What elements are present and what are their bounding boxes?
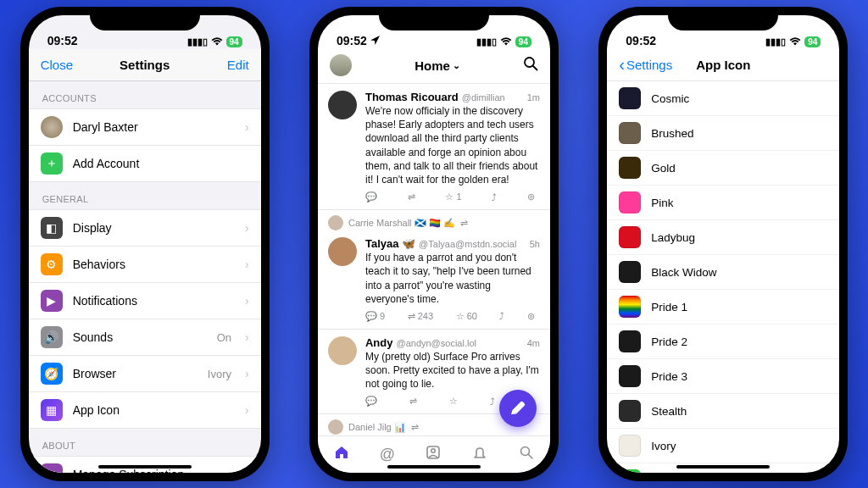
boost-icon: ⇌ <box>411 422 419 433</box>
close-button[interactable]: Close <box>41 58 73 72</box>
back-button[interactable]: ‹ Settings <box>619 55 672 75</box>
post[interactable]: Thomas Ricouard @dimillian 1m We're now … <box>318 84 550 210</box>
tab-notifications[interactable] <box>471 444 488 465</box>
icon-label: Ladybug <box>651 231 695 244</box>
share-button[interactable]: ⤴ <box>492 191 497 202</box>
icon-label: Cosmic <box>651 92 689 105</box>
reply-button[interactable]: 💬 <box>365 396 377 407</box>
section-about: ABOUT <box>29 429 261 456</box>
settings-row-app-icon[interactable]: ▦ App Icon › <box>29 392 261 428</box>
location-icon <box>370 34 380 47</box>
icon-option-pride-3[interactable]: Pride 3 <box>607 359 839 394</box>
icon-option-pink[interactable]: Pink <box>607 186 839 220</box>
icon-label: Pride 2 <box>651 336 687 348</box>
appicon-content[interactable]: Cosmic Brushed Gold Pink Ladybug Black W… <box>607 81 839 473</box>
boost-button[interactable]: ⇌ <box>409 396 417 407</box>
status-bar: 09:52 ▮▮▮▯ 94 <box>318 15 550 49</box>
post-avatar[interactable] <box>328 237 357 266</box>
settings-row-behaviors[interactable]: ⚙ Behaviors › <box>29 247 261 283</box>
favorite-button[interactable]: ☆ 1 <box>445 191 461 202</box>
icon-swatch <box>619 157 641 179</box>
chevron-icon: › <box>245 221 249 235</box>
plus-icon: ＋ <box>41 152 63 175</box>
page-title: Settings <box>120 58 170 72</box>
add-account-row[interactable]: ＋ Add Account <box>29 146 261 181</box>
wifi-icon <box>211 37 223 47</box>
post-actions: 💬 9 ⇌ 243 ☆ 60 ⤴ ⊚ <box>365 311 540 322</box>
icon-option-ivory[interactable]: Ivory <box>607 429 839 463</box>
icon-option-stealth[interactable]: Stealth <box>607 394 839 429</box>
icon-label: Pride 1 <box>651 301 687 313</box>
browser-icon: 🧭 <box>41 363 63 385</box>
favorite-button[interactable]: ☆ <box>449 396 458 407</box>
icon-swatch <box>619 400 641 422</box>
icon-option-cosmic[interactable]: Cosmic <box>607 81 839 116</box>
icon-label: Gold <box>651 162 676 175</box>
post-text: My (pretty old) Surface Pro arrives soon… <box>365 350 540 391</box>
more-button[interactable]: ⊚ <box>527 311 535 322</box>
phone-settings: 09:52 ▮▮▮▯ 94 Close Settings Edit ACCOUN… <box>20 7 270 481</box>
status-time: 09:52 <box>47 34 78 47</box>
post-avatar[interactable] <box>328 91 357 119</box>
compose-button[interactable] <box>499 390 537 427</box>
tab-profile[interactable] <box>425 444 442 465</box>
tab-mentions[interactable]: @ <box>380 446 395 463</box>
post[interactable]: Talyaa 🦋 @Talyaa@mstdn.social 5h If you … <box>318 230 550 330</box>
settings-row-display[interactable]: ◧ Display › <box>29 210 261 247</box>
chevron-icon: › <box>245 294 249 308</box>
display-icon: ◧ <box>41 217 63 239</box>
account-row[interactable]: Daryl Baxter › <box>29 109 261 146</box>
tab-home[interactable] <box>333 444 350 465</box>
more-button[interactable]: ⊚ <box>527 191 535 202</box>
icon-option-pride-2[interactable]: Pride 2 <box>607 324 839 359</box>
avatar <box>41 116 63 138</box>
home-indicator[interactable] <box>98 465 192 469</box>
icon-option-pride-1[interactable]: Pride 1 <box>607 290 839 324</box>
icon-label: Black Widow <box>651 266 716 279</box>
icon-label: Stealth <box>651 405 687 418</box>
phone-feed: 09:52 ▮▮▮▯ 94 Home ⌄ <box>309 7 559 481</box>
search-icon[interactable] <box>523 56 538 75</box>
post-text: If you have a parrot and you don't teach… <box>365 251 540 306</box>
phone-appicon: 09:52 ▮▮▮▯ 94 ‹ Settings App Icon Cosmic… <box>598 7 848 481</box>
settings-row-notifications[interactable]: ▶ Notifications › <box>29 283 261 319</box>
icon-option-black-widow[interactable]: Black Widow <box>607 255 839 290</box>
post-author[interactable]: Talyaa 🦋 <box>365 237 415 250</box>
profile-avatar[interactable] <box>330 54 352 76</box>
settings-row-sounds[interactable]: 🔊 SoundsOn › <box>29 319 261 356</box>
share-button[interactable]: ⤴ <box>499 311 504 322</box>
boost-button[interactable]: ⇌ 243 <box>408 311 433 322</box>
icon-option-ladybug[interactable]: Ladybug <box>607 220 839 255</box>
post-author[interactable]: Thomas Ricouard <box>365 91 459 103</box>
home-indicator[interactable] <box>676 465 770 469</box>
svg-point-3 <box>431 449 436 453</box>
cell-value: Ivory <box>208 368 231 380</box>
reply-button[interactable]: 💬 <box>365 191 377 202</box>
icon-option-gold[interactable]: Gold <box>607 151 839 186</box>
favorite-button[interactable]: ☆ 60 <box>456 311 477 322</box>
icon-option-brushed[interactable]: Brushed <box>607 116 839 151</box>
post-time: 5h <box>530 239 540 249</box>
boost-button[interactable]: ⇌ <box>408 191 415 202</box>
icon-swatch <box>619 122 641 144</box>
post-avatar[interactable] <box>328 336 357 365</box>
section-general: GENERAL <box>29 182 261 209</box>
booster-avatar <box>328 419 343 435</box>
booster-avatar <box>328 215 343 230</box>
post-handle: @dimillian <box>462 92 505 103</box>
chevron-icon: › <box>245 258 249 271</box>
feed-content[interactable]: Thomas Ricouard @dimillian 1m We're now … <box>318 84 550 435</box>
reply-button[interactable]: 💬 9 <box>365 311 385 322</box>
share-button[interactable]: ⤴ <box>490 396 495 407</box>
tab-search[interactable] <box>518 444 535 465</box>
account-name: Daryl Baxter <box>73 120 231 134</box>
icon-swatch <box>619 469 641 473</box>
status-time: 09:52 <box>337 34 367 47</box>
chevron-icon: › <box>245 403 249 417</box>
battery-icon: 94 <box>515 36 531 47</box>
home-indicator[interactable] <box>387 465 481 469</box>
post-author[interactable]: Andy <box>365 336 393 349</box>
edit-button[interactable]: Edit <box>227 58 249 72</box>
settings-row-browser[interactable]: 🧭 BrowserIvory › <box>29 356 261 392</box>
timeline-selector[interactable]: Home ⌄ <box>415 58 460 73</box>
